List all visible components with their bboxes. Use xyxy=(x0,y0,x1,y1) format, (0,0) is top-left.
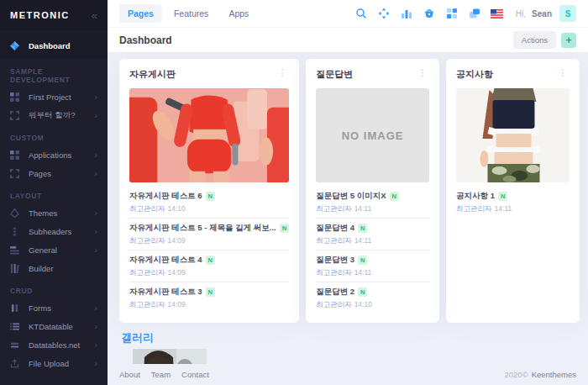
sidebar-item-first-project[interactable]: First Project › xyxy=(0,87,108,106)
post-author[interactable]: 최고관리자 xyxy=(316,300,352,309)
post-link[interactable]: 자유게시판 테스트 4N xyxy=(129,255,289,266)
footer: About Team Contact 2020© Keenthemes xyxy=(108,364,588,385)
card-free-board: 자유게시판 ⋮ xyxy=(119,59,299,323)
footer-link-about[interactable]: About xyxy=(119,370,140,379)
move-arrows-icon[interactable] xyxy=(375,5,393,22)
post-row: 자유게시판 테스트 6N 최고관리자14:10 xyxy=(129,187,289,219)
chevron-right-icon: › xyxy=(94,92,97,102)
card-title: 자유게시판 xyxy=(129,68,176,81)
tab-features[interactable]: Features xyxy=(165,4,217,23)
us-flag-icon[interactable] xyxy=(488,5,507,22)
sidebar-item-label: Forms xyxy=(29,303,51,313)
post-link[interactable]: 자유게시판 테스트 6N xyxy=(129,191,289,202)
no-image-placeholder: NO IMAGE xyxy=(316,88,429,182)
basket-icon[interactable] xyxy=(420,5,438,22)
post-link[interactable]: 질문답변 5 이미지XN xyxy=(316,191,429,202)
actions-button[interactable]: Actions xyxy=(513,31,556,49)
card-menu-icon[interactable]: ⋮ xyxy=(556,68,570,78)
sidebar-item-label: File Upload xyxy=(29,359,69,368)
sidebar-item-general[interactable]: General › xyxy=(0,240,108,259)
sidebar-item-applications[interactable]: Applications › xyxy=(0,145,108,164)
sidebar: METRONIC « Dashboard SAMPLE DEVELOPMENT … xyxy=(0,0,108,385)
sidebar-item-label: Themes xyxy=(29,208,57,218)
post-link[interactable]: 질문답변 3N xyxy=(316,255,429,266)
post-link[interactable]: 자유게시판 테스트 3N xyxy=(129,287,289,298)
card-menu-icon[interactable]: ⋮ xyxy=(276,68,289,78)
footer-link-team[interactable]: Team xyxy=(151,370,171,379)
card-qna: 질문답변 ⋮ NO IMAGE 질문답변 5 이미지XN 최고관리자14:11 … xyxy=(306,59,439,323)
sidebar-item-label: Builder xyxy=(29,264,54,273)
post-author[interactable]: 최고관리자 xyxy=(456,204,492,213)
footer-link-contact[interactable]: Contact xyxy=(181,370,209,379)
new-badge: N xyxy=(390,192,399,201)
arrows-vertical-icon xyxy=(10,227,23,236)
user-greeting: Hi, xyxy=(516,9,526,18)
new-badge: N xyxy=(206,287,215,297)
new-badge: N xyxy=(280,224,289,233)
post-time: 14:09 xyxy=(168,300,186,309)
tab-apps[interactable]: Apps xyxy=(220,4,257,23)
bar-chart-icon[interactable] xyxy=(397,5,416,22)
grid-squares-icon[interactable] xyxy=(443,5,461,22)
post-time: 14:11 xyxy=(354,236,372,245)
list-icon xyxy=(10,322,23,331)
search-icon[interactable] xyxy=(352,5,370,22)
sidebar-section-title: LAYOUT xyxy=(0,182,108,203)
sidebar-item-pages[interactable]: Pages › xyxy=(0,164,108,182)
post-time: 14:09 xyxy=(168,236,186,245)
frame-icon xyxy=(10,111,23,120)
new-badge: N xyxy=(358,287,367,297)
post-author[interactable]: 최고관리자 xyxy=(129,204,165,213)
sidebar-item-label: KTDatatable xyxy=(29,322,73,331)
post-row: 자유게시판 테스트 4N 최고관리자14:09 xyxy=(129,251,289,282)
board-post-image[interactable] xyxy=(129,88,289,182)
brand-logo: METRONIC xyxy=(10,10,70,20)
post-link[interactable]: 공지사항 1N xyxy=(456,191,570,202)
gallery-section: 갤러리 • 갤러리 테스트 3 xyxy=(119,330,580,364)
post-author[interactable]: 최고관리자 xyxy=(316,236,352,245)
card-menu-icon[interactable]: ⋮ xyxy=(416,68,429,78)
sidebar-item-forms[interactable]: Forms › xyxy=(0,298,108,317)
forms-icon xyxy=(10,303,23,313)
post-row: 자유게시판 테스트 3N 최고관리자14:09 xyxy=(129,282,289,314)
sidebar-item-themes[interactable]: Themes › xyxy=(0,203,108,222)
post-author[interactable]: 최고관리자 xyxy=(129,300,165,309)
post-row: 질문답변 3N 최고관리자14:11 xyxy=(316,251,429,282)
gallery-thumbnail[interactable] xyxy=(133,349,207,364)
sidebar-item-ktdatatable[interactable]: KTDatatable › xyxy=(0,317,108,335)
sidebar-item-file-upload[interactable]: File Upload › xyxy=(0,354,108,372)
sidebar-item-builder[interactable]: Builder xyxy=(0,259,108,277)
add-button[interactable]: + xyxy=(561,33,576,48)
post-link[interactable]: 자유게시판 테스트 5 - 제목을 길게 써보...N xyxy=(129,223,289,234)
sidebar-collapse-icon[interactable]: « xyxy=(92,10,97,21)
frame-icon xyxy=(10,169,23,178)
droplet-icon xyxy=(10,208,23,218)
subheader-actions: Actions + xyxy=(513,31,576,49)
post-author[interactable]: 최고관리자 xyxy=(316,268,352,277)
user-name[interactable]: Sean xyxy=(532,9,552,18)
sidebar-item-subheaders[interactable]: Subheaders › xyxy=(0,222,108,240)
sidebar-item-dashboard[interactable]: Dashboard xyxy=(0,33,108,58)
sidebar-section-title: CRUD xyxy=(0,277,108,298)
topbar: Pages Features Apps xyxy=(108,0,588,27)
layers-icon[interactable] xyxy=(465,5,484,22)
post-time: 14:10 xyxy=(168,204,186,213)
new-badge: N xyxy=(498,192,507,201)
post-link[interactable]: 질문답변 2N xyxy=(316,287,429,298)
sidebar-item-label: General xyxy=(29,245,57,255)
board-post-image[interactable] xyxy=(456,88,570,182)
chevron-right-icon: › xyxy=(94,340,97,350)
post-author[interactable]: 최고관리자 xyxy=(129,236,165,245)
sidebar-item-what-to-do[interactable]: 뭐부터 할까? › xyxy=(0,106,108,124)
post-author[interactable]: 최고관리자 xyxy=(316,204,352,213)
post-row: 질문답변 5 이미지XN 최고관리자14:11 xyxy=(316,187,429,219)
post-author[interactable]: 최고관리자 xyxy=(129,268,165,277)
post-link[interactable]: 질문답변 4N xyxy=(316,223,429,234)
topbar-actions: Hi, Sean S xyxy=(352,5,576,22)
tab-pages[interactable]: Pages xyxy=(119,4,162,23)
company-link[interactable]: Keenthemes xyxy=(532,370,576,379)
sidebar-item-datatables-net[interactable]: Datatables.net › xyxy=(0,335,108,354)
board-cards: 자유게시판 ⋮ xyxy=(119,59,580,323)
card-title: 공지사항 xyxy=(456,68,493,81)
avatar[interactable]: S xyxy=(559,5,576,22)
